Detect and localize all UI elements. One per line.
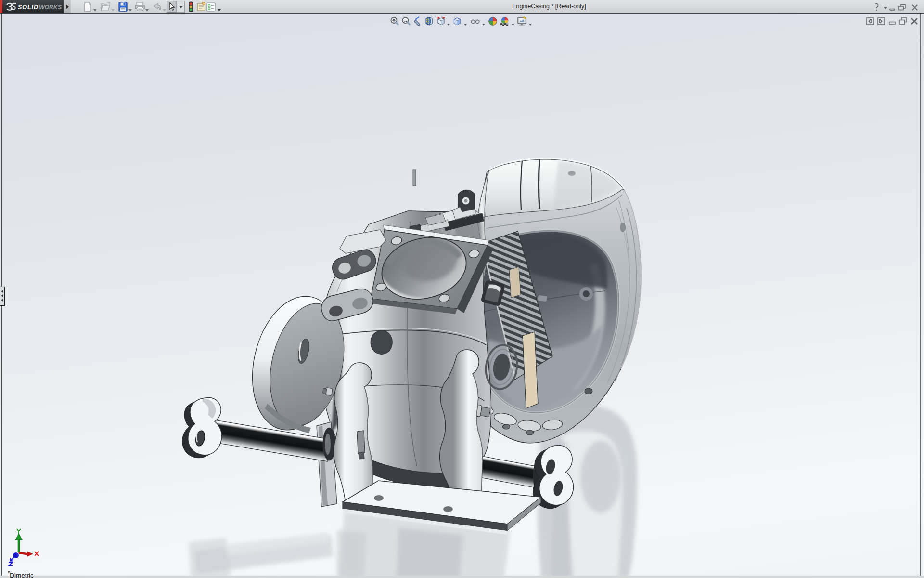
svg-text:SOLID: SOLID — [18, 4, 38, 11]
svg-text:WORKS: WORKS — [39, 4, 62, 11]
